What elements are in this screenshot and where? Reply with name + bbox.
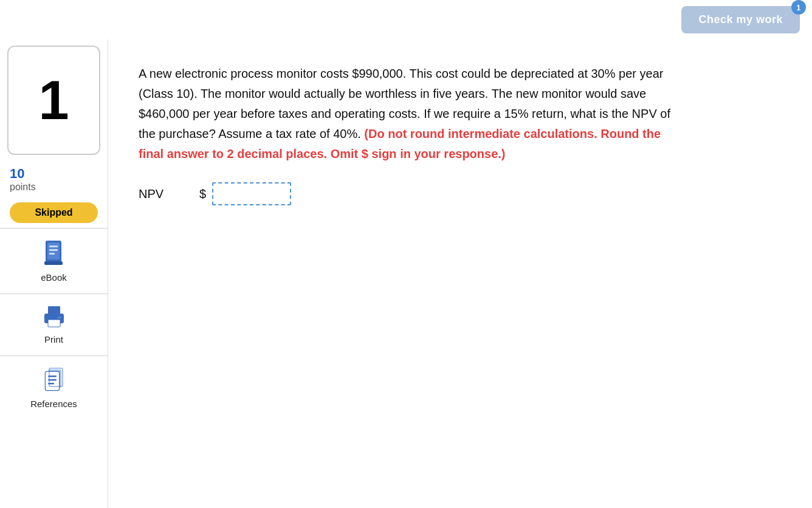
main-content: 1 10 points Skipped eBook — [0, 39, 812, 508]
skipped-badge: Skipped — [10, 202, 98, 223]
ebook-icon — [43, 239, 65, 269]
svg-rect-9 — [58, 317, 61, 318]
sidebar-item-print[interactable]: Print — [0, 294, 108, 356]
points-value: 10 — [10, 166, 98, 182]
svg-rect-4 — [49, 253, 55, 255]
svg-rect-5 — [44, 261, 63, 265]
npv-answer-input[interactable] — [212, 182, 291, 205]
badge-count: 1 — [791, 0, 806, 15]
print-label: Print — [44, 334, 63, 345]
answer-row: NPV $ — [139, 182, 782, 205]
svg-rect-6 — [48, 306, 60, 315]
svg-rect-12 — [46, 372, 59, 390]
references-label: References — [30, 399, 77, 409]
question-number: 1 — [38, 73, 69, 128]
check-my-work-label: Check my work — [698, 13, 783, 26]
points-label: points — [10, 182, 98, 193]
sidebar-item-references[interactable]: References — [0, 356, 108, 420]
question-number-box: 1 — [7, 46, 100, 155]
points-section: 10 points — [0, 161, 108, 197]
question-content: A new electronic process monitor costs $… — [108, 39, 812, 508]
svg-rect-3 — [49, 249, 58, 251]
svg-rect-8 — [48, 320, 60, 327]
dollar-sign: $ — [199, 187, 206, 201]
sidebar-item-ebook[interactable]: eBook — [0, 228, 108, 294]
sidebar: 1 10 points Skipped eBook — [0, 39, 108, 508]
print-icon — [42, 305, 66, 331]
question-text: A new electronic process monitor costs $… — [139, 64, 686, 164]
npv-label: NPV — [139, 187, 193, 201]
svg-rect-2 — [49, 245, 58, 247]
check-my-work-button[interactable]: Check my work 1 — [681, 6, 800, 33]
references-icon — [43, 367, 65, 395]
top-bar: Check my work 1 — [0, 0, 812, 39]
ebook-label: eBook — [41, 272, 67, 283]
